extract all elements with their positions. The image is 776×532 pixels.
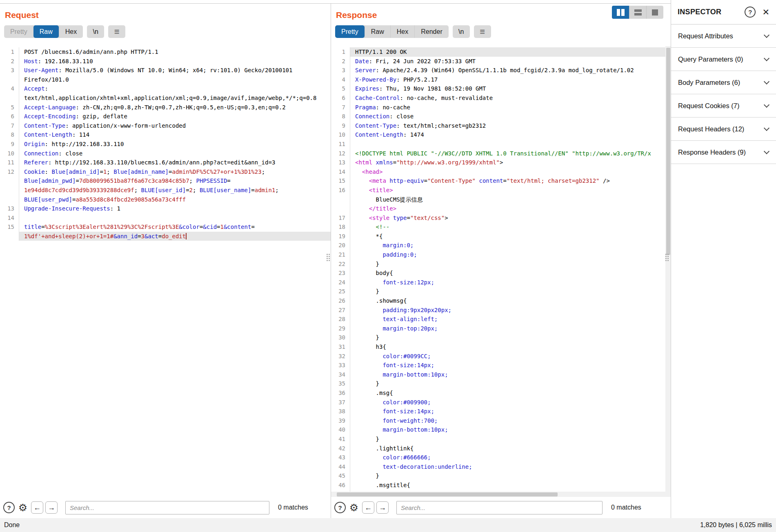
inspector-section-label: Query Parameters (0) (678, 55, 765, 63)
rows-view-button[interactable] (629, 6, 646, 19)
chevron-down-icon (764, 102, 769, 107)
line-number: 26 (331, 296, 350, 306)
tab-request-raw[interactable]: Raw (33, 25, 59, 38)
inspector-section-label: Request Cookies (7) (678, 102, 765, 110)
code-text: .showmsg{ (350, 296, 671, 306)
code-line: 41 } (331, 434, 671, 444)
line-number: 36 (331, 388, 350, 398)
vertical-scrollbar-thumb[interactable] (666, 48, 670, 255)
arrow-right-icon: → (48, 503, 55, 512)
code-text: User-Agent: Mozilla/5.0 (Windows NT 10.0… (19, 66, 331, 75)
code-text: margin-bottom:10px; (350, 425, 671, 434)
code-text: Firefox/101.0 (19, 75, 331, 84)
inspector-section-request-headers[interactable]: Request Headers (12) (671, 117, 776, 141)
close-icon[interactable]: ✕ (762, 8, 769, 16)
response-search-input[interactable] (396, 501, 603, 514)
response-find-bar: ? ⚙ ← → 0 matches (331, 497, 671, 518)
line-number: 40 (331, 425, 350, 434)
inspector-section-body-parameters[interactable]: Body Parameters (6) (671, 71, 776, 94)
chevron-down-icon (764, 78, 769, 84)
tab-request-pretty[interactable]: Pretty (4, 25, 33, 38)
line-number (0, 93, 19, 103)
response-search-settings-button[interactable]: ⚙ (348, 501, 360, 514)
response-search-help-button[interactable]: ? (334, 502, 346, 513)
code-text: font-weight:700; (350, 416, 671, 426)
code-line: 2Date: Fri, 24 Jun 2022 07:53:33 GMT (331, 57, 671, 66)
response-vertical-scrollbar[interactable] (665, 46, 671, 497)
horizontal-scrollbar-thumb[interactable] (337, 492, 558, 497)
code-text: .msgtitle{ (350, 481, 671, 490)
code-line: 34 margin-bottom:10px; (331, 370, 671, 379)
code-line: BLUE[user_pwd]=a8a553d8c84fbcd2e9085a56a… (0, 195, 331, 204)
response-horizontal-scrollbar[interactable] (331, 492, 665, 497)
code-line: 24 font-size:12px; (331, 278, 671, 287)
line-number: 8 (331, 112, 350, 121)
splitter-grip[interactable] (327, 254, 330, 261)
request-search-next-button[interactable]: → (45, 501, 58, 514)
code-text: color:#666666; (350, 453, 671, 462)
code-line: 28 text-align:left; (331, 315, 671, 324)
line-number: 11 (0, 158, 19, 167)
line-number: 44 (331, 462, 350, 472)
code-line: 42 .lightlink{ (331, 444, 671, 453)
code-text: Expires: Thu, 19 Nov 1981 08:52:00 GMT (350, 84, 671, 93)
line-number (0, 195, 19, 204)
code-text: font-size:12px; (350, 278, 671, 287)
line-number: 28 (331, 315, 350, 324)
request-search-help-button[interactable]: ? (3, 502, 15, 513)
code-line: 26 .showmsg{ (331, 296, 671, 306)
request-menu-button[interactable]: ≡ (108, 25, 125, 38)
code-text: BlueCMS提示信息 (350, 195, 671, 204)
request-newline-button[interactable]: \n (87, 25, 104, 38)
code-line: 25 } (331, 287, 671, 296)
line-number: 38 (331, 407, 350, 416)
code-line: 18 <!-- (331, 222, 671, 232)
line-number: 5 (0, 103, 19, 112)
code-text: .msg{ (350, 388, 671, 398)
response-search-prev-button[interactable]: ← (362, 501, 374, 514)
line-number (0, 232, 19, 241)
response-menu-button[interactable]: ≡ (474, 25, 491, 38)
line-number (0, 186, 19, 195)
code-text: Content-Length: 114 (19, 130, 331, 140)
response-search-next-button[interactable]: → (376, 501, 389, 514)
code-line: 7Pragma: no-cache (331, 103, 671, 112)
request-find-bar: ? ⚙ ← → 0 matches (0, 497, 331, 518)
columns-view-button[interactable] (612, 6, 629, 19)
inspector-section-query-parameters[interactable]: Query Parameters (0) (671, 48, 776, 71)
code-text: color:#0099CC; (350, 352, 671, 361)
request-search-settings-button[interactable]: ⚙ (17, 501, 29, 514)
code-line: 19 *{ (331, 232, 671, 241)
code-line: 17 <style type="text/css"> (331, 213, 671, 223)
inspector-header: INSPECTOR ? ✕ (671, 0, 776, 24)
code-text: h3{ (350, 342, 671, 352)
arrow-left-icon: ← (33, 503, 41, 512)
line-number: 46 (331, 481, 350, 490)
tab-response-raw[interactable]: Raw (365, 25, 390, 38)
line-number (331, 204, 350, 213)
inspector-section-response-headers[interactable]: Response Headers (9) (671, 141, 776, 164)
code-line: 32 color:#0099CC; (331, 352, 671, 361)
response-newline-button[interactable]: \n (453, 25, 470, 38)
inspector-section-request-attributes[interactable]: Request Attributes (671, 24, 776, 48)
single-view-button[interactable] (646, 6, 663, 19)
tab-response-render[interactable]: Render (414, 25, 448, 38)
tab-request-hex[interactable]: Hex (59, 25, 83, 38)
line-number: 12 (331, 149, 350, 158)
line-number (331, 195, 350, 204)
request-search-input[interactable] (65, 501, 269, 514)
response-editor[interactable]: 1HTTP/1.1 200 OK2Date: Fri, 24 Jun 2022 … (331, 46, 671, 497)
splitter-grip[interactable] (665, 254, 669, 261)
code-line: BlueCMS提示信息 (331, 195, 671, 204)
request-search-prev-button[interactable]: ← (31, 501, 43, 514)
chevron-down-icon (764, 55, 769, 61)
tab-response-hex[interactable]: Hex (390, 25, 414, 38)
request-editor[interactable]: 1POST /bluecms1.6/admin/ann.php HTTP/1.1… (0, 46, 331, 497)
tab-response-pretty[interactable]: Pretty (335, 25, 365, 38)
inspector-section-label: Request Attributes (678, 32, 765, 40)
help-icon[interactable]: ? (745, 7, 756, 18)
code-text: X-Powered-By: PHP/5.2.17 (350, 75, 671, 84)
code-text: font-size:14px; (350, 407, 671, 416)
code-line: 40 margin-bottom:10px; (331, 425, 671, 434)
inspector-section-request-cookies[interactable]: Request Cookies (7) (671, 94, 776, 117)
